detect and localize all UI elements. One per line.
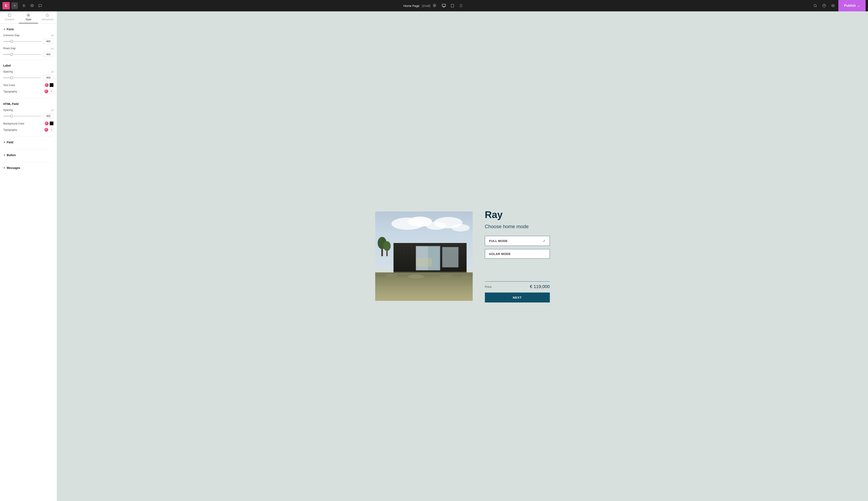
svg-point-54 <box>408 275 424 278</box>
layers-icon[interactable] <box>29 2 36 9</box>
svg-rect-49 <box>442 247 458 267</box>
label-text-color-label: Text Color <box>3 84 15 87</box>
columns-gap-input[interactable]: 400 <box>43 39 54 44</box>
label-spacing-input[interactable]: 400 <box>43 75 54 80</box>
html-spacing-slider-row: 400 <box>3 114 54 119</box>
label-spacing-slider[interactable] <box>3 76 41 79</box>
field-section-title: Field <box>7 141 13 144</box>
svg-point-55 <box>439 274 453 278</box>
html-spacing-input[interactable]: 400 <box>43 114 54 119</box>
html-typography-controls: ✎ <box>44 127 54 132</box>
rows-gap-slider[interactable] <box>3 53 41 56</box>
columns-gap-unit: px <box>51 34 54 36</box>
button-arrow-icon: ▼ <box>3 154 6 156</box>
rows-gap-slider-row: 400 <box>3 52 54 57</box>
tablet-view-button[interactable] <box>449 2 456 9</box>
page-settings-icon[interactable] <box>433 4 436 8</box>
label-typography-controls: ✎ <box>44 89 54 94</box>
label-text-color-global[interactable] <box>45 83 49 87</box>
rows-gap-input[interactable]: 400 <box>43 52 54 57</box>
comments-icon[interactable] <box>36 2 44 9</box>
solar-mode-label: SOLAR MODE <box>489 252 511 256</box>
html-typography-label: Typography <box>3 128 17 131</box>
form-panel: Ray Choose home mode FULL MODE ✓ SOLAR M… <box>485 210 550 302</box>
html-bg-color-picker[interactable] <box>50 121 54 126</box>
label-typography-global[interactable] <box>44 89 48 93</box>
svg-rect-6 <box>442 4 446 7</box>
next-button[interactable]: NEXT <box>485 292 550 302</box>
label-section-title: Label <box>3 64 11 67</box>
solar-mode-option[interactable]: SOLAR MODE <box>485 249 550 259</box>
sidebar-tabs: Content Style Advanced <box>0 11 57 23</box>
tab-style[interactable]: Style <box>19 11 38 23</box>
label-section: Label Spacing px 400 <box>3 60 54 98</box>
tab-content[interactable]: Content <box>0 11 19 23</box>
preview-icon[interactable] <box>829 2 837 9</box>
html-typography-edit[interactable]: ✎ <box>49 127 54 132</box>
svg-point-13 <box>814 4 816 7</box>
label-spacing-label: Spacing <box>3 70 13 73</box>
form-section-title: Form <box>7 28 14 31</box>
label-spacing-row: Spacing px <box>3 70 54 73</box>
svg-point-53 <box>385 274 398 277</box>
main-layout: Content Style Advanced ▼ Form Columns Ga… <box>0 11 868 501</box>
label-spacing-unit: px <box>51 71 54 73</box>
topbar: E + Home Page (Draft) <box>0 0 868 11</box>
svg-point-20 <box>28 15 29 16</box>
html-bg-color-swatch <box>45 121 54 126</box>
label-text-color-picker[interactable] <box>50 83 54 87</box>
svg-point-56 <box>462 276 472 278</box>
messages-section-header[interactable]: ▼ Messages <box>3 166 54 170</box>
label-section-header: Label <box>3 64 54 67</box>
messages-section: ▼ Messages <box>3 162 54 175</box>
house-image <box>375 212 473 301</box>
html-typography-row: Typography ✎ <box>3 127 54 132</box>
product-subtitle: Choose home mode <box>485 224 550 230</box>
columns-gap-slider-row: 400 <box>3 39 54 44</box>
html-bg-color-global[interactable] <box>45 121 49 126</box>
house-image-container <box>375 212 473 301</box>
price-value: € 119,000 <box>530 284 550 289</box>
sidebar-content: ▼ Form Columns Gap px 400 <box>0 23 57 501</box>
desktop-view-button[interactable] <box>440 2 447 9</box>
field-section-header[interactable]: ▼ Field <box>3 141 54 144</box>
svg-line-14 <box>816 6 817 7</box>
button-section: ▼ Button <box>3 149 54 162</box>
html-typography-global[interactable] <box>44 128 48 132</box>
svg-point-31 <box>383 241 391 251</box>
columns-gap-row: Columns Gap px <box>3 34 54 37</box>
svg-point-17 <box>833 5 834 6</box>
add-button[interactable]: + <box>11 2 18 9</box>
label-typography-row: Typography ✎ <box>3 89 54 94</box>
messages-section-title: Messages <box>7 166 20 170</box>
page-title: Home Page <box>403 4 420 8</box>
label-typography-edit[interactable]: ✎ <box>49 89 54 94</box>
full-mode-option[interactable]: FULL MODE ✓ <box>485 236 550 246</box>
tab-advanced[interactable]: Advanced <box>38 11 57 23</box>
messages-arrow-icon: ▼ <box>3 167 6 169</box>
settings-icon[interactable] <box>20 2 28 9</box>
html-field-title: HTML Field <box>3 102 19 106</box>
help-icon[interactable] <box>821 2 828 9</box>
columns-gap-slider[interactable] <box>3 40 41 43</box>
rows-gap-label: Rows Gap <box>3 47 15 50</box>
form-section-header[interactable]: ▼ Form <box>3 28 54 31</box>
search-icon[interactable] <box>812 2 819 9</box>
full-mode-check-icon: ✓ <box>543 239 546 243</box>
label-spacing-slider-row: 400 <box>3 75 54 80</box>
publish-button[interactable]: Publish ⌄ <box>838 0 866 11</box>
label-text-color-swatch <box>45 83 54 87</box>
svg-marker-21 <box>46 14 49 17</box>
page-draft-label: (Draft) <box>422 4 431 8</box>
label-text-color-row: Text Color <box>3 83 54 87</box>
topbar-right: Publish ⌄ <box>812 0 866 11</box>
field-arrow-icon: ▼ <box>3 141 6 143</box>
html-spacing-slider[interactable] <box>3 115 41 118</box>
product-title: Ray <box>485 210 550 220</box>
rows-gap-unit: px <box>51 47 54 50</box>
html-bg-color-row: Background Color <box>3 121 54 126</box>
button-section-header[interactable]: ▼ Button <box>3 153 54 157</box>
mobile-view-button[interactable] <box>457 2 465 9</box>
columns-gap-label: Columns Gap <box>3 34 19 37</box>
svg-point-5 <box>434 5 435 6</box>
